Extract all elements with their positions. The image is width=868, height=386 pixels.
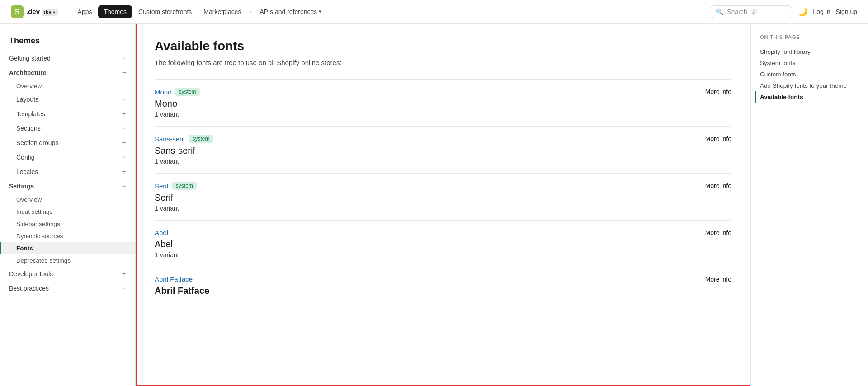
sidebar-item-section-groups[interactable]: Section groups + <box>0 136 135 150</box>
search-box[interactable]: 🔍 Search / <box>711 5 792 18</box>
nav-custom-storefronts[interactable]: Custom storefronts <box>133 5 197 18</box>
font-row-abril: Abril Fatface More info Abril Fatface <box>155 267 731 306</box>
font-row-header: Mono system More info <box>155 88 731 96</box>
more-info-abel[interactable]: More info <box>705 229 731 236</box>
nav-apps[interactable]: Apps <box>72 5 98 18</box>
font-row-header: Sans-serif system More info <box>155 135 731 143</box>
right-sidebar-link-system-fonts[interactable]: System fonts <box>760 57 859 69</box>
nav-right: 🔍 Search / 🌙 Log in Sign up <box>711 5 857 18</box>
sidebar-label: Sections <box>16 125 41 132</box>
font-row-left: Abel <box>155 229 168 236</box>
sidebar-item-input-settings[interactable]: Input settings <box>0 206 135 218</box>
system-badge-sans-serif: system <box>189 135 213 143</box>
sidebar-item-dynamic-sources[interactable]: Dynamic sources <box>0 230 135 242</box>
login-link[interactable]: Log in <box>813 8 830 15</box>
top-nav: S .dev docs Apps Themes Custom storefron… <box>0 0 868 24</box>
sidebar-item-sidebar-settings[interactable]: Sidebar settings <box>0 218 135 230</box>
docs-badge: docs <box>42 9 57 16</box>
sidebar-item-deprecated[interactable]: Deprecated settings <box>0 254 135 267</box>
font-display-abel: Abel <box>155 239 731 249</box>
font-display-mono: Mono <box>155 99 731 109</box>
sidebar-item-overview-settings[interactable]: Overview <box>0 193 135 206</box>
font-link-abril[interactable]: Abril Fatface <box>155 275 193 283</box>
search-kbd: / <box>751 9 757 15</box>
dark-mode-toggle[interactable]: 🌙 <box>797 7 807 17</box>
font-display-serif: Serif <box>155 193 731 203</box>
sidebar-item-sections[interactable]: Sections + <box>0 121 135 136</box>
plus-icon: + <box>122 110 126 118</box>
font-variant-abel: 1 variant <box>155 251 731 259</box>
right-sidebar-link-add-shopify-fonts[interactable]: Add Shopify fonts to your theme <box>760 80 859 91</box>
sidebar-label: Layouts <box>16 96 38 103</box>
plus-icon: + <box>122 139 126 147</box>
layout: Themes Getting started + Architecture − … <box>0 24 868 386</box>
sidebar-label: Getting started <box>9 55 51 62</box>
sidebar-label: Overview <box>16 196 42 203</box>
font-link-mono[interactable]: Mono <box>155 88 172 96</box>
minus-icon: − <box>122 182 126 190</box>
font-row-sans-serif: Sans-serif system More info Sans-serif 1… <box>155 126 731 173</box>
nav-marketplaces[interactable]: Marketplaces <box>198 5 246 18</box>
logo-area[interactable]: S .dev docs <box>11 5 58 18</box>
sidebar-label: Developer tools <box>9 270 53 278</box>
font-link-serif[interactable]: Serif <box>155 182 169 190</box>
sidebar-label: Architecture <box>9 69 46 76</box>
plus-icon: + <box>122 168 126 176</box>
sidebar-item-templates[interactable]: Templates + <box>0 107 135 121</box>
sidebar-item-developer-tools[interactable]: Developer tools + <box>0 267 135 281</box>
signup-link[interactable]: Sign up <box>836 8 857 15</box>
sidebar-label: Fonts <box>16 245 33 252</box>
font-row-serif: Serif system More info Serif 1 variant <box>155 173 731 220</box>
sidebar-label: Deprecated settings <box>16 257 71 264</box>
sidebar-item-settings[interactable]: Settings − <box>0 179 135 193</box>
sidebar-label: Locales <box>16 168 38 175</box>
right-sidebar-link-custom-fonts[interactable]: Custom fonts <box>760 69 859 80</box>
main-content: Available fonts The following fonts are … <box>136 24 750 386</box>
sidebar-item-getting-started[interactable]: Getting started + <box>0 51 135 66</box>
font-row-header: Abril Fatface More info <box>155 275 731 283</box>
search-icon: 🔍 <box>716 8 723 15</box>
nav-apis[interactable]: APIs and references ▾ <box>254 5 327 18</box>
font-row-header: Abel More info <box>155 229 731 236</box>
sidebar-item-architecture[interactable]: Architecture − <box>0 66 135 80</box>
sidebar-item-overview-arch[interactable]: Overview <box>0 80 135 92</box>
right-sidebar-title: ON THIS PAGE <box>760 34 859 40</box>
font-link-abel[interactable]: Abel <box>155 229 168 236</box>
more-info-serif[interactable]: More info <box>705 182 731 189</box>
plus-icon: + <box>122 284 126 292</box>
sidebar-label: Sidebar settings <box>16 221 60 227</box>
font-variant-mono: 1 variant <box>155 111 731 118</box>
sidebar-item-layouts[interactable]: Layouts + <box>0 92 135 107</box>
font-link-sans-serif[interactable]: Sans-serif <box>155 135 185 143</box>
font-variant-sans-serif: 1 variant <box>155 158 731 165</box>
nav-apis-label: APIs and references <box>259 8 317 15</box>
more-info-abril[interactable]: More info <box>705 276 731 283</box>
sidebar-item-locales[interactable]: Locales + <box>0 165 135 179</box>
more-info-sans-serif[interactable]: More info <box>705 135 731 142</box>
nav-themes[interactable]: Themes <box>98 5 132 18</box>
sidebar-item-best-practices[interactable]: Best practices + <box>0 281 135 296</box>
sidebar-title: Themes <box>0 33 135 51</box>
nav-dot: • <box>250 8 252 15</box>
chevron-down-icon: ▾ <box>319 9 321 14</box>
search-label: Search <box>727 8 747 15</box>
right-sidebar-link-shopify-font-library[interactable]: Shopify font library <box>760 46 859 57</box>
right-sidebar: ON THIS PAGE Shopify font library System… <box>750 24 868 386</box>
font-row-mono: Mono system More info Mono 1 variant <box>155 79 731 126</box>
sidebar-item-fonts[interactable]: Fonts <box>0 242 135 254</box>
sidebar-label: Section groups <box>16 139 58 146</box>
font-variant-serif: 1 variant <box>155 205 731 212</box>
plus-icon: + <box>122 95 126 104</box>
right-sidebar-link-available-fonts[interactable]: Available fonts <box>755 91 859 103</box>
sidebar-label: Templates <box>16 110 45 118</box>
plus-icon: + <box>122 54 126 62</box>
sidebar-label: Dynamic sources <box>16 233 63 240</box>
page-title: Available fonts <box>155 39 731 53</box>
sidebar-label: Config <box>16 154 34 161</box>
more-info-mono[interactable]: More info <box>705 88 731 95</box>
font-display-abril: Abril Fatface <box>155 286 731 296</box>
sidebar-item-config[interactable]: Config + <box>0 150 135 165</box>
sidebar-label: Overview <box>16 83 42 89</box>
left-sidebar: Themes Getting started + Architecture − … <box>0 24 136 386</box>
sidebar-label: Settings <box>9 183 34 190</box>
